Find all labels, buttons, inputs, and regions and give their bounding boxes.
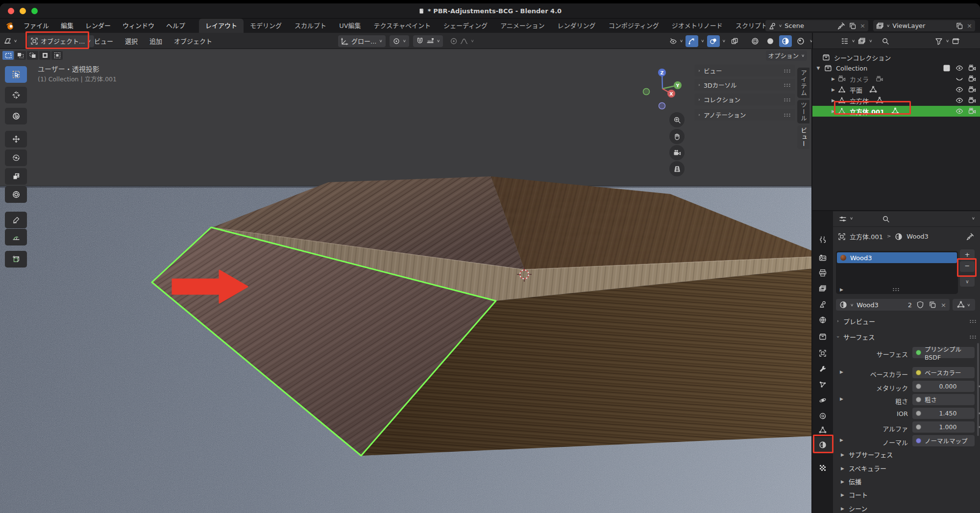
tab-layout[interactable]: レイアウト (199, 19, 244, 33)
outliner-filter-icon[interactable] (935, 37, 943, 45)
perspective-toggle-button[interactable] (669, 161, 685, 176)
field-surface-shader[interactable]: プリンシプルBSDF (912, 347, 975, 358)
tool-cursor[interactable] (5, 87, 27, 103)
scene-selector[interactable]: ∨ Scene × (765, 20, 868, 31)
tab-world[interactable] (812, 312, 833, 328)
options-button[interactable]: オプション∨ (766, 50, 807, 61)
menu-object[interactable]: オブジェクト (174, 36, 212, 46)
tab-uv-editing[interactable]: UV編集 (333, 19, 367, 33)
tab-object[interactable] (812, 345, 833, 361)
field-normal[interactable]: ノーマルマップ (912, 435, 975, 446)
pivot-point-dropdown[interactable]: ∨ (390, 35, 409, 47)
hide-icon[interactable] (956, 75, 963, 83)
new-viewlayer-icon[interactable] (956, 22, 963, 30)
show-overlays-toggle[interactable] (707, 35, 720, 47)
tab-texture-paint[interactable]: テクスチャペイント (368, 19, 437, 33)
collection-checkbox[interactable] (943, 64, 951, 72)
tab-collection[interactable] (812, 329, 833, 344)
tab-physics[interactable] (812, 392, 833, 408)
menu-edit[interactable]: 編集 (55, 19, 79, 33)
material-link-dropdown[interactable]: ∨ (953, 299, 975, 311)
properties-search-icon[interactable] (882, 215, 890, 223)
tab-scene[interactable] (812, 296, 833, 312)
remove-viewlayer-icon[interactable]: × (967, 22, 972, 29)
show-gizmo-toggle[interactable] (686, 35, 698, 47)
section-surface[interactable]: ›サーフェス (837, 332, 875, 342)
properties-editor-icon[interactable] (839, 215, 847, 223)
xray-toggle[interactable] (728, 35, 741, 47)
disable-render-icon[interactable] (968, 97, 976, 104)
tab-shading[interactable]: シェーディング (437, 19, 494, 33)
viewlayer-selector[interactable]: ∨ ViewLayer × (873, 20, 975, 31)
select-mode-subtract[interactable] (27, 51, 38, 60)
new-material-icon[interactable] (929, 301, 936, 309)
field-ior[interactable]: 1.450 (912, 408, 975, 419)
unlink-material-icon[interactable]: × (941, 301, 946, 309)
gizmo-axis-minus-z[interactable] (659, 103, 665, 109)
menu-add[interactable]: 追加 (149, 36, 162, 46)
disable-render-icon[interactable] (968, 64, 976, 72)
tab-animation[interactable]: アニメーション (494, 19, 551, 33)
tool-annotate[interactable] (5, 212, 27, 228)
camera-view-button[interactable] (669, 145, 685, 160)
editor-type-selector[interactable]: ∨ (4, 33, 17, 49)
material-name[interactable]: Wood3 (857, 301, 879, 309)
shading-wireframe-button[interactable] (749, 35, 761, 47)
new-scene-icon[interactable] (849, 22, 857, 30)
hide-icon[interactable] (956, 107, 963, 115)
npanel-tab-view[interactable]: ビュー (797, 125, 809, 149)
tab-modifiers[interactable] (812, 361, 833, 377)
outliner-row-collection[interactable]: ▼ Collection (812, 63, 980, 73)
slot-list-expand[interactable]: ▶ (840, 287, 843, 292)
show-object-types-icon[interactable] (669, 37, 677, 45)
menu-view[interactable]: ビュー (94, 36, 113, 46)
shading-solid-button[interactable] (764, 35, 777, 47)
pin-icon[interactable] (837, 22, 845, 30)
select-mode-invert[interactable] (39, 51, 50, 60)
material-slot-specials-button[interactable]: ∨ (960, 276, 975, 287)
tab-render[interactable] (812, 250, 833, 266)
disable-render-icon[interactable] (968, 107, 976, 115)
hide-icon[interactable] (956, 97, 963, 104)
pan-view-button[interactable] (669, 129, 685, 144)
outliner-display-mode-dropdown[interactable] (841, 37, 849, 45)
menu-help[interactable]: ヘルプ (160, 19, 191, 33)
tool-tweak[interactable] (5, 108, 27, 124)
tab-geometry-nodes[interactable]: ジオメトリノード (665, 19, 729, 33)
hide-icon[interactable] (956, 64, 963, 72)
field-basecolor[interactable]: ベースカラー (912, 367, 975, 378)
tab-texture[interactable] (812, 460, 833, 476)
section-transmission[interactable]: ▶伝播 (841, 477, 861, 486)
npanel-section-view[interactable]: ›ビュー (694, 65, 795, 76)
hide-icon[interactable] (956, 86, 963, 94)
outliner-row-camera[interactable]: ▶ カメラ (812, 73, 980, 84)
breadcrumb-material[interactable]: Wood3 (906, 233, 929, 240)
section-preview[interactable]: ›プレビュー (837, 317, 875, 326)
tab-constraints[interactable] (812, 408, 833, 424)
tab-tool[interactable] (812, 232, 833, 247)
material-slot-wood3[interactable]: Wood3 (837, 252, 957, 263)
field-alpha[interactable]: 1.000 (912, 421, 975, 433)
new-collection-button[interactable] (952, 37, 960, 45)
npanel-tab-tool[interactable]: ツール (797, 100, 809, 123)
tab-output[interactable] (812, 265, 833, 281)
tab-particles[interactable] (812, 377, 833, 392)
zoom-view-button[interactable] (669, 112, 685, 127)
pin-id-icon[interactable] (966, 233, 974, 241)
menu-render[interactable]: レンダー (79, 19, 117, 33)
field-metallic[interactable]: 0.000 (912, 381, 975, 392)
tab-view-layer[interactable] (812, 281, 833, 296)
shading-material-preview-button[interactable] (779, 35, 792, 47)
menu-window[interactable]: ウィンドウ (117, 19, 160, 33)
tool-measure[interactable] (5, 229, 27, 245)
select-mode-intersect[interactable] (51, 51, 63, 60)
material-browser[interactable]: ∨ Wood3 2 × (836, 299, 950, 311)
npanel-section-annotations[interactable]: ›アノテーション (694, 109, 795, 121)
proportional-editing-controls[interactable]: ∨ (447, 35, 477, 47)
disable-render-icon[interactable] (968, 75, 976, 83)
breadcrumb-object[interactable]: 立方体.001 (850, 232, 883, 241)
tool-transform[interactable] (5, 186, 27, 203)
select-mode-extend[interactable] (15, 51, 26, 60)
tool-add-cube[interactable] (5, 251, 27, 268)
tool-select-box[interactable] (5, 66, 27, 83)
